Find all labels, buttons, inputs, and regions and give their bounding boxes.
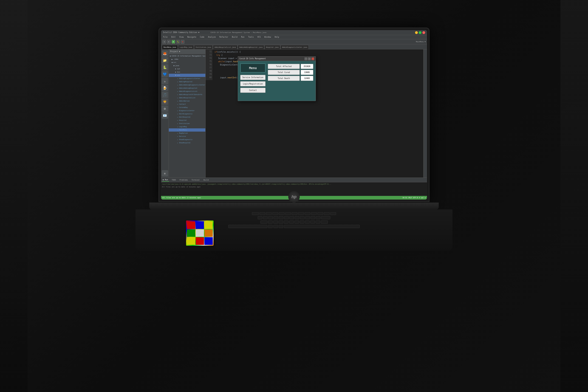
run-tab-todo[interactable]: TODO bbox=[171, 178, 177, 182]
tree-admindiaglist[interactable]: ☕ AdminDiagnosticList bbox=[169, 90, 205, 93]
tree-src[interactable]: ▼ src bbox=[169, 61, 205, 64]
window-controls[interactable] bbox=[415, 31, 425, 34]
run-tab-terminal[interactable]: Terminal bbox=[191, 178, 201, 182]
tree-root[interactable]: ▼ COVID-19 Information Management System bbox=[169, 54, 205, 58]
tab-admindiagnostic[interactable]: AdminDiagnosticCenter.java bbox=[280, 45, 309, 49]
tab-adminhospitallist[interactable]: AdminHospitalList.java bbox=[213, 45, 238, 49]
tree-loginreg[interactable]: ☕ LoginReg bbox=[169, 125, 205, 128]
code-line-72: if(cnfile.exists()) { bbox=[214, 50, 422, 54]
firefox-icon[interactable]: 🦊 bbox=[162, 50, 168, 57]
menu-file[interactable]: File bbox=[162, 36, 168, 38]
menu-view[interactable]: View bbox=[179, 36, 184, 38]
java-icon[interactable]: ☕ bbox=[162, 78, 168, 84]
python-icon[interactable]: 🐍 bbox=[162, 64, 168, 70]
tree-bin[interactable]: ▶ bin bbox=[169, 70, 205, 74]
total-death-value: 12403 bbox=[301, 76, 313, 81]
run-tab-problems[interactable]: Problems bbox=[179, 178, 189, 182]
popup-controls[interactable]: ─ □ ✕ bbox=[304, 58, 314, 60]
tab-mainmenu[interactable]: MainMenu.java bbox=[162, 45, 178, 49]
total-death-label: Total Death bbox=[268, 76, 300, 81]
popup-minimize-btn[interactable]: ─ bbox=[304, 58, 307, 60]
settings-icon[interactable]: ⚙️ bbox=[162, 106, 168, 112]
vscode-icon[interactable]: 💙 bbox=[162, 71, 168, 78]
run-tab-build[interactable]: Build bbox=[202, 178, 210, 182]
tree-hospital-label: ☕ Hospital bbox=[177, 120, 187, 121]
tree-service[interactable]: ☕ Service bbox=[169, 135, 205, 138]
tree-adminhospalldata[interactable]: ☕ AdminHospitalAllDataInfo bbox=[169, 93, 205, 96]
tree-hospital[interactable]: ☕ Hospital bbox=[169, 119, 205, 122]
tree-adminaddinghospital[interactable]: ☕ AdminAddingHospital bbox=[169, 86, 205, 90]
covid-popup-window: Covid-19 Info Management ─ □ ✕ bbox=[238, 56, 316, 101]
menu-navigate[interactable]: Navigate bbox=[187, 36, 197, 38]
tab-hospital[interactable]: Hospital.java bbox=[264, 45, 280, 49]
menu-tools[interactable]: Tools bbox=[247, 36, 254, 38]
run-output-line1: /usr/lib/jvm/java-11.0-openjdk-amd64/bin… bbox=[162, 183, 426, 186]
toolbar-fwd-btn[interactable]: ▶ bbox=[167, 40, 171, 44]
login-registration-button[interactable]: Login/Registration bbox=[240, 81, 266, 86]
tree-java[interactable]: ▼ java bbox=[169, 64, 205, 67]
tab-adminaddinghospital[interactable]: AdminAddingHospital.java bbox=[238, 45, 264, 49]
total-cured-value: 13005 bbox=[301, 70, 313, 75]
run-config-label: MainMenu ▼ bbox=[416, 41, 426, 43]
brave-icon[interactable]: 🦁 bbox=[162, 98, 168, 105]
brew-icon[interactable]: 🍺 bbox=[162, 85, 168, 91]
close-button[interactable] bbox=[422, 31, 425, 34]
tree-contact[interactable]: ☕ Contact bbox=[169, 103, 205, 106]
tree-regoption[interactable]: ☕ RegOption bbox=[169, 132, 205, 135]
tree-root-icon: ▼ bbox=[170, 55, 171, 57]
tree-mainmenu[interactable]: ☕ MainMenu bbox=[169, 128, 205, 132]
tree-institution[interactable]: ☕ Institution bbox=[169, 122, 205, 125]
maximize-button[interactable] bbox=[419, 31, 422, 34]
tree-adminhosplist[interactable]: ☕ AdminHospitalList bbox=[169, 96, 205, 100]
menu-refactor[interactable]: Refactor bbox=[219, 36, 229, 38]
tree-idea[interactable]: ▶ .idea bbox=[169, 58, 205, 61]
total-cured-row: Total Cured 13005 bbox=[268, 70, 313, 75]
tree-diagcenter[interactable]: ☕ DiagnosticCenter bbox=[169, 109, 205, 112]
tree-showhospital[interactable]: ☕ ShowHospital bbox=[169, 141, 205, 144]
tree-adminoption-label: ☕ AdminOption bbox=[177, 100, 190, 102]
toolbar-stop-btn[interactable]: ■ bbox=[181, 40, 184, 44]
tree-adminhosplist-label: ☕ AdminHospitalList bbox=[177, 97, 196, 99]
grid-icon[interactable]: ⊞ bbox=[162, 170, 168, 176]
menu-edit[interactable]: Edit bbox=[170, 36, 176, 38]
tree-contact-label: ☕ Contact bbox=[177, 103, 186, 105]
tree-coronaday[interactable]: ☕ CoronaDay bbox=[169, 106, 205, 109]
menu-analyze[interactable]: Analyze bbox=[208, 36, 216, 38]
minimize-button[interactable] bbox=[415, 31, 418, 34]
tree-editdiag[interactable]: ☕ EditDiagnostic bbox=[169, 112, 205, 116]
tree-addingdiag[interactable]: ☕ AddingDiagnosticCenter bbox=[169, 77, 205, 80]
laptop-keyboard bbox=[136, 210, 452, 251]
tree-mainmenu-label: ☕ MainMenu bbox=[177, 129, 187, 131]
toolbar-run-btn[interactable]: ▶ bbox=[172, 40, 175, 44]
spotify-icon[interactable]: 🎵 bbox=[162, 92, 168, 98]
tree-edithospital[interactable]: ☕ EditHospital bbox=[169, 116, 205, 119]
tree-out[interactable]: ▶ out bbox=[169, 67, 205, 70]
tree-adminoption[interactable]: ☕ AdminOption bbox=[169, 100, 205, 103]
laptop-screen: IntelliJ IDEA Community Edition ▼ COVID-… bbox=[161, 30, 427, 200]
tree-addinghospital[interactable]: ☕ AddingHospital bbox=[169, 80, 205, 83]
menu-help[interactable]: Help bbox=[274, 36, 280, 38]
scene: IntelliJ IDEA Community Edition ▼ COVID-… bbox=[0, 0, 588, 392]
menu-window[interactable]: Window bbox=[264, 36, 272, 38]
tree-src2[interactable]: ▼ src bbox=[169, 74, 205, 77]
menu-build[interactable]: Build bbox=[231, 36, 238, 38]
files-icon[interactable]: 📁 bbox=[162, 57, 168, 64]
project-panel-header: Project ▼ bbox=[169, 49, 205, 54]
run-tab-run[interactable]: ▶ Run bbox=[162, 178, 169, 182]
tab-institution[interactable]: Institution.java bbox=[194, 45, 213, 49]
tree-adminaddingdiag[interactable]: ☕ AdminAddingDiagnosticCenter bbox=[169, 83, 205, 86]
tree-showdiag[interactable]: ☕ ShowDiagnostic bbox=[169, 138, 205, 141]
service-information-button[interactable]: Service Information bbox=[240, 75, 266, 80]
popup-close-btn[interactable]: ✕ bbox=[312, 58, 314, 60]
toolbar-debug-btn[interactable]: 🐛 bbox=[176, 40, 180, 44]
menu-run[interactable]: Run bbox=[240, 36, 245, 38]
menu-code[interactable]: Code bbox=[199, 36, 205, 38]
popup-maximize-btn[interactable]: □ bbox=[308, 58, 311, 60]
toolbar-back-btn[interactable]: ◀ bbox=[162, 40, 166, 44]
intellij-screen: IntelliJ IDEA Community Edition ▼ COVID-… bbox=[161, 30, 427, 200]
tree-institution-label: ☕ Institution bbox=[177, 123, 190, 124]
menu-vcs[interactable]: VCS bbox=[256, 36, 261, 38]
email-icon[interactable]: 📧 bbox=[162, 112, 168, 119]
tab-loginreg[interactable]: LoginReg.java bbox=[178, 45, 194, 49]
contact-button[interactable]: Contact bbox=[240, 88, 266, 93]
